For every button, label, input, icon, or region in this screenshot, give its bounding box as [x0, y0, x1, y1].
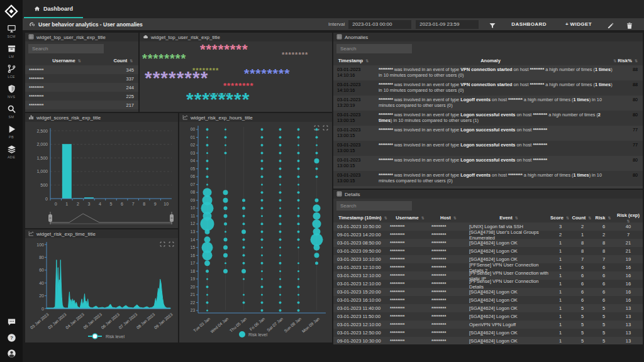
detail-row[interactable]: 03-01-2023 09:50:00****************[SGA]… — [333, 247, 643, 255]
svg-text:Sun 08 Jan: Sun 08 Jan — [283, 316, 302, 333]
sidebar: SCMLMLCENVSSMPBADE ? — [0, 0, 23, 362]
anomalies-table-head: Timestamp ⇅Anomaly⇅Risk% ⇅ — [333, 56, 643, 65]
column-header-timestamp[interactable]: Timestamp ⇅ — [333, 58, 375, 63]
anomaly-risk: 80 — [619, 112, 643, 118]
widget-title: widget_scores_risk_exp_title — [36, 115, 101, 121]
detail-username: ******** — [390, 338, 431, 344]
sidebar-item-lce[interactable]: LCE — [7, 64, 16, 79]
zoom-reset-icon[interactable] — [323, 125, 328, 131]
tab-dashboard[interactable]: Dashboard — [24, 0, 83, 17]
detail-row[interactable]: 03-01-2023 08:50:00****************[SGA]… — [333, 239, 643, 247]
column-header-risk-exp-[interactable]: Risk (exp) ⇅ — [614, 212, 643, 224]
detail-row[interactable]: 09-01-2023 14:20:00****************[SGA]… — [333, 231, 643, 239]
interval-from-input[interactable] — [348, 20, 411, 29]
anomaly-row[interactable]: 03-01-202313:00:15******** was involved … — [333, 171, 643, 186]
column-header-score[interactable]: Score ⇅ — [550, 215, 571, 221]
anomaly-row[interactable]: 03-01-202314:10:16******** was involved … — [333, 65, 643, 80]
table-row[interactable]: ********217 — [25, 101, 138, 109]
svg-text:0: 0 — [45, 197, 48, 201]
sidebar-item-lm[interactable]: LM — [7, 44, 16, 58]
detail-row[interactable]: 03-01-2023 11:40:00****************[SGA]… — [333, 304, 643, 312]
column-header-anomaly[interactable]: Anomaly — [375, 58, 606, 63]
svg-text:19: 19 — [191, 277, 196, 281]
detail-row[interactable]: 03-01-2023 12:50:00****************[SGA]… — [333, 329, 643, 337]
detail-row[interactable]: 03-01-2023 11:50:00****************[SGA]… — [333, 312, 643, 321]
sidebar-help-button[interactable]: ? — [7, 333, 16, 343]
column-header-host[interactable]: Host ⇅ — [431, 215, 467, 221]
sidebar-item-ade[interactable]: ADE — [7, 145, 16, 159]
sidebar-item-sm[interactable]: SM — [7, 104, 16, 119]
dashboard-content: widget_top_user_risk_exp_title Username … — [23, 30, 644, 362]
sidebar-chat-button[interactable] — [7, 317, 16, 327]
widget-scores-header: widget_scores_risk_exp_title — [25, 113, 178, 122]
detail-risk-exp: 40 — [614, 224, 643, 229]
column-header-count[interactable]: Count ⇅ — [571, 215, 594, 221]
anomaly-description: ******** was involved in an event of typ… — [375, 67, 619, 79]
anomaly-row[interactable]: 03-01-202313:00:15******** was involved … — [333, 156, 643, 171]
sidebar-item-nvs[interactable]: NVS — [7, 84, 16, 99]
column-header-username[interactable]: Username ⇅ — [25, 58, 109, 63]
zoom-select-icon[interactable] — [160, 241, 165, 247]
word-cloud-term[interactable]: ******** — [282, 52, 308, 58]
dashboard-button[interactable]: DASHBOARD — [508, 21, 550, 28]
word-cloud-term[interactable]: ******** — [186, 90, 250, 107]
detail-timestamp: 09-01-2023 14:20:00 — [333, 232, 390, 238]
app-logo-icon[interactable] — [4, 4, 18, 18]
table-row[interactable]: ******** — [25, 109, 138, 112]
sidebar-item-pb[interactable]: PB — [7, 124, 16, 139]
sidebar-item-scm[interactable]: SCM — [7, 24, 16, 38]
detail-row[interactable]: 03-01-2023 12:10:00****************[PFSe… — [333, 280, 643, 288]
anomaly-row[interactable]: 03-01-202314:10:16******** was involved … — [333, 80, 643, 96]
anomaly-row[interactable]: 03-01-2023******** was involved in an ev… — [333, 186, 643, 189]
delete-icon[interactable] — [626, 21, 633, 28]
scores-bar-chart[interactable]: 05001,0001,5002,0002,500012345678910 — [25, 122, 178, 228]
interval-to-input[interactable] — [416, 20, 479, 29]
svg-text:20: 20 — [191, 285, 196, 289]
detail-score: 3 — [550, 224, 571, 229]
detail-row[interactable]: 03-01-2023 16:10:00****************[SGA]… — [333, 296, 643, 304]
anomalies-search-input[interactable] — [336, 44, 412, 53]
anomaly-row[interactable]: 03-01-202313:00:15******** was involved … — [333, 111, 643, 126]
zoom-select-icon[interactable] — [314, 125, 319, 131]
anomaly-row[interactable]: 03-01-202313:00:15******** was involved … — [333, 141, 643, 156]
edit-icon[interactable] — [607, 21, 614, 28]
anomaly-description: ******** was involved in an event of typ… — [375, 172, 619, 184]
table-row[interactable]: ********337 — [25, 74, 138, 83]
detail-score: 2 — [550, 232, 571, 238]
column-header-event[interactable]: Event ⇅ — [467, 215, 550, 221]
zoom-reset-icon[interactable] — [169, 241, 174, 247]
word-cloud-term[interactable]: ******** — [200, 43, 248, 56]
table-row[interactable]: ********225 — [25, 92, 138, 101]
word-cloud-term[interactable]: ******** — [145, 69, 208, 86]
detail-timestamp: 03-01-2023 11:50:00 — [333, 314, 390, 319]
word-cloud-term[interactable]: ******** — [142, 53, 186, 64]
add-widget-button[interactable]: + WIDGET — [562, 21, 596, 28]
anomaly-row[interactable]: 03-01-202313:00:15******** was involved … — [333, 126, 643, 141]
detail-row[interactable]: 03-01-2023 15:20:00****************[SGA]… — [333, 288, 643, 296]
detail-risk-exp: 16 — [614, 273, 643, 278]
column-header-risk[interactable]: ⇅Risk% ⇅ — [606, 58, 643, 63]
table-row[interactable]: ********345 — [25, 65, 138, 74]
column-header-risk[interactable]: Risk ⇅ — [594, 215, 614, 221]
column-header-count[interactable]: Count ⇅ — [109, 58, 138, 63]
top-user-search-input[interactable] — [28, 44, 104, 53]
widget-hours-header: widget_risk_exp_hours_title — [179, 113, 332, 122]
table-row[interactable]: ********244 — [25, 83, 138, 92]
widget-hours-bubble-chart: widget_risk_exp_hours_title 000102030405… — [179, 113, 332, 343]
details-search-input[interactable] — [336, 201, 412, 211]
column-header-username[interactable]: Username ⇅ — [390, 215, 431, 221]
word-cloud-term[interactable]: ******** — [244, 68, 290, 80]
hours-bubble-chart[interactable]: 0001020304050607080910111213141516171819… — [179, 122, 332, 343]
widget-time-series: widget_risk_exp_time_title 0204060801000… — [25, 229, 178, 343]
filter-icon[interactable] — [489, 21, 496, 28]
svg-text:05 Jan 2023: 05 Jan 2023 — [82, 312, 103, 330]
detail-row[interactable]: 09-01-2023 10:30:00****************[SGA]… — [333, 337, 643, 344]
anomaly-row[interactable]: 03-01-202313:20:19******** was involved … — [333, 96, 643, 111]
time-series-chart[interactable]: 02040608010003 Jan 202303 Jan 202304 Jan… — [25, 238, 178, 343]
widget-time-header: widget_risk_exp_time_title — [25, 229, 178, 238]
column-header-timestamp-10min-[interactable]: Timestamp (10min) ⇅ — [333, 215, 390, 221]
detail-username: ******** — [390, 248, 431, 254]
anomaly-description: ******** was involved in an event of typ… — [375, 142, 619, 148]
detail-row[interactable]: 03-01-2023 12:10:00****************OpenV… — [333, 321, 643, 329]
sidebar-account-button[interactable] — [7, 349, 16, 358]
